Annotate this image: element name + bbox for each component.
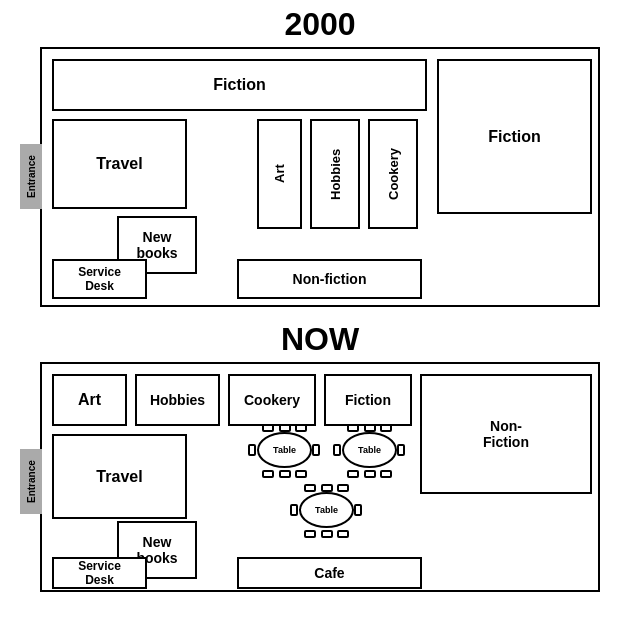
table-group-1: Table [257, 432, 312, 468]
cookery: Cookery [368, 119, 418, 229]
cafe-now: Cafe [237, 557, 422, 589]
travel-now: Travel [52, 434, 187, 519]
art: Art [257, 119, 302, 229]
entrance-2000: Entrance [20, 144, 42, 209]
title-2000: 2000 [284, 6, 355, 43]
non-fiction-now: Non-Fiction [420, 374, 592, 494]
fiction-top: Fiction [52, 59, 427, 111]
title-now: NOW [281, 321, 359, 358]
floor-plan-2000: Entrance Fiction Fiction Travel Art Hobb… [40, 47, 600, 307]
entrance-now: Entrance [20, 449, 42, 514]
fiction-now: Fiction [324, 374, 412, 426]
fiction-right: Fiction [437, 59, 592, 214]
non-fiction: Non-fiction [237, 259, 422, 299]
cookery-now: Cookery [228, 374, 316, 426]
table-group-2: Table [342, 432, 397, 468]
page-wrapper: 2000 Entrance Fiction Fiction Travel Art… [0, 0, 640, 592]
hobbies: Hobbies [310, 119, 360, 229]
table-group-3: Table [299, 492, 354, 528]
travel: Travel [52, 119, 187, 209]
art-now: Art [52, 374, 127, 426]
hobbies-now: Hobbies [135, 374, 220, 426]
service-desk: ServiceDesk [52, 259, 147, 299]
floor-plan-now: Entrance Art Hobbies Cookery Fiction Non… [40, 362, 600, 592]
service-desk-now: ServiceDesk [52, 557, 147, 589]
